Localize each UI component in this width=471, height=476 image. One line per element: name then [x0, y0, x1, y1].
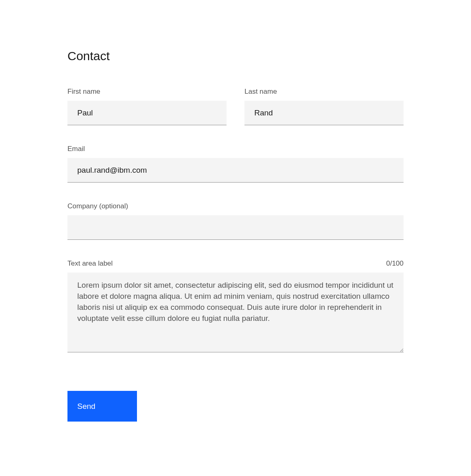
last-name-field: Last name	[244, 88, 404, 125]
message-field: Text area label 0/100	[67, 259, 404, 352]
page-title: Contact	[67, 49, 404, 63]
company-field: Company (optional)	[67, 202, 404, 240]
company-label: Company (optional)	[67, 202, 404, 210]
email-input[interactable]	[67, 158, 404, 183]
message-label: Text area label	[67, 259, 113, 268]
email-field: Email	[67, 145, 404, 183]
message-counter: 0/100	[386, 259, 404, 268]
last-name-input[interactable]	[244, 101, 404, 125]
first-name-field: First name	[67, 88, 227, 125]
contact-form-page: Contact First name Last name Email Compa…	[0, 0, 471, 422]
first-name-input[interactable]	[67, 101, 227, 125]
last-name-label: Last name	[244, 88, 404, 96]
name-row: First name Last name	[67, 88, 404, 125]
email-label: Email	[67, 145, 404, 153]
send-button[interactable]: Send	[67, 391, 137, 422]
message-textarea[interactable]	[67, 273, 404, 352]
first-name-label: First name	[67, 88, 227, 96]
company-input[interactable]	[67, 215, 404, 240]
message-label-row: Text area label 0/100	[67, 259, 404, 268]
